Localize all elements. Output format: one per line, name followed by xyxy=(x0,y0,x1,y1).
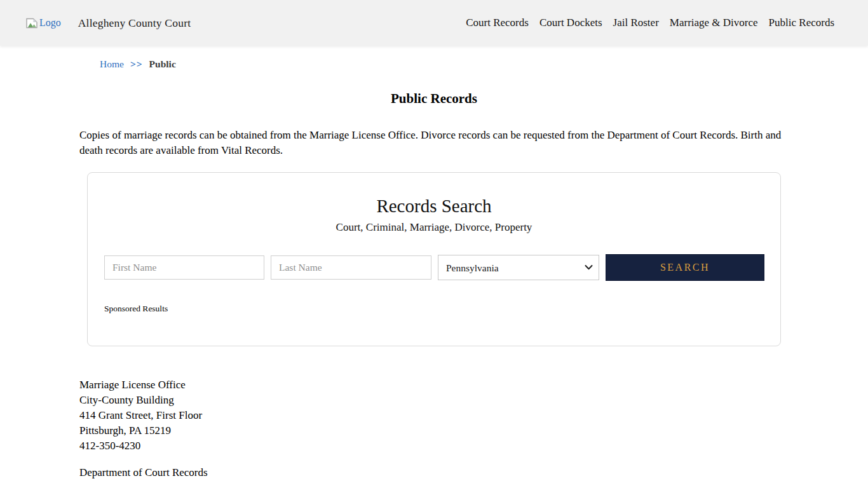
address-line-street: 414 Grant Street, First Floor xyxy=(79,408,789,423)
records-search-form: Pennsylvania SEARCH xyxy=(104,254,764,281)
nav-court-dockets[interactable]: Court Dockets xyxy=(539,17,602,29)
nav-public-records[interactable]: Public Records xyxy=(769,17,834,29)
address-line-office: Marriage License Office xyxy=(79,377,789,393)
records-search-subtitle: Court, Criminal, Marriage, Divorce, Prop… xyxy=(104,221,764,234)
breadcrumb: Home >> Public xyxy=(79,58,789,70)
content-container: Home >> Public Public Records Copies of … xyxy=(79,58,789,479)
intro-paragraph: Copies of marriage records can be obtain… xyxy=(79,128,789,158)
logo-alt-text: Logo xyxy=(39,17,61,29)
state-select[interactable]: Pennsylvania xyxy=(438,255,599,280)
state-select-wrap: Pennsylvania xyxy=(438,255,599,280)
sponsored-results-label: Sponsored Results xyxy=(104,304,764,314)
logo[interactable]: Logo xyxy=(25,17,61,29)
page-title: Public Records xyxy=(79,91,789,107)
nav-court-records[interactable]: Court Records xyxy=(466,17,529,29)
nav-jail-roster[interactable]: Jail Roster xyxy=(613,17,659,29)
broken-image-icon xyxy=(25,18,38,29)
address-line-phone: 412-350-4230 xyxy=(79,438,789,454)
main-nav: Court Records Court Dockets Jail Roster … xyxy=(466,17,834,29)
first-name-input[interactable] xyxy=(104,255,264,280)
search-button[interactable]: SEARCH xyxy=(606,254,764,281)
header: Logo Allegheny County Court Court Record… xyxy=(0,0,868,46)
site-title: Allegheny County Court xyxy=(78,17,191,30)
nav-marriage-divorce[interactable]: Marriage & Divorce xyxy=(670,17,758,29)
brand: Logo Allegheny County Court xyxy=(25,17,191,30)
address-line-building: City-County Building xyxy=(79,393,789,408)
court-records-dept: Department of Court Records xyxy=(79,466,789,479)
records-search-title: Records Search xyxy=(104,196,764,217)
address-line-city: Pittsburgh, PA 15219 xyxy=(79,423,789,438)
records-search-card: Records Search Court, Criminal, Marriage… xyxy=(87,172,781,346)
marriage-office-address: Marriage License Office City-County Buil… xyxy=(79,377,789,454)
breadcrumb-current: Public xyxy=(149,58,176,70)
last-name-input[interactable] xyxy=(271,255,431,280)
breadcrumb-home-link[interactable]: Home xyxy=(100,58,124,70)
breadcrumb-separator: >> xyxy=(130,58,143,70)
